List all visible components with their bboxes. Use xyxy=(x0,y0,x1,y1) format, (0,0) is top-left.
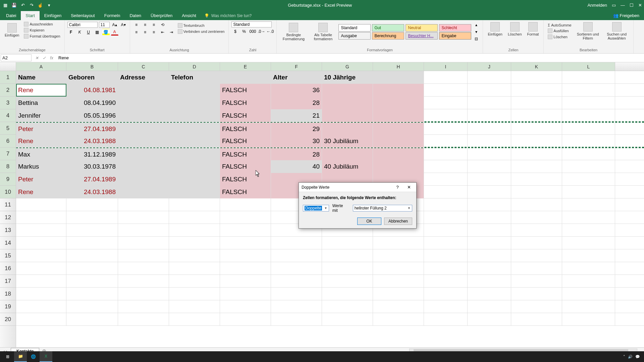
cell-I3[interactable] xyxy=(424,97,468,109)
font-color-button[interactable]: A xyxy=(111,29,118,36)
cell-I6[interactable] xyxy=(424,135,468,147)
style-eingabe[interactable]: Eingabe xyxy=(439,32,471,40)
cell-B1[interactable]: Geboren xyxy=(66,71,118,84)
cell-F18[interactable] xyxy=(271,288,322,300)
cell-B3[interactable]: 08.04.1990 xyxy=(66,97,118,109)
cell-B4[interactable]: 05.05.1996 xyxy=(66,109,118,122)
tab-start[interactable]: Start xyxy=(21,11,39,20)
maximize-icon[interactable]: ☐ xyxy=(630,3,634,8)
cell-H4[interactable] xyxy=(373,109,424,122)
select-all-corner[interactable] xyxy=(0,62,16,71)
cell-K10[interactable] xyxy=(511,186,562,198)
cell-B16[interactable] xyxy=(66,262,118,275)
cell-C10[interactable] xyxy=(118,186,169,198)
cell-F16[interactable] xyxy=(271,262,322,275)
row-header-8[interactable]: 8 xyxy=(0,160,16,173)
cell-L12[interactable] xyxy=(562,211,615,224)
cell-B15[interactable] xyxy=(66,249,118,262)
delete-cells-button[interactable]: Löschen xyxy=(506,21,524,37)
taskbar-excel-icon[interactable]: X xyxy=(40,351,52,362)
clear-button[interactable]: Löschen xyxy=(546,34,573,40)
cell-A1[interactable]: Name xyxy=(16,71,66,84)
cell-K4[interactable] xyxy=(511,109,562,122)
cell-A16[interactable] xyxy=(16,262,66,275)
row-header-14[interactable]: 14 xyxy=(0,237,16,249)
cell-J4[interactable] xyxy=(468,109,511,122)
cell-J1[interactable] xyxy=(468,71,511,84)
cell-K20[interactable] xyxy=(511,313,562,326)
tab-ansicht[interactable]: Ansicht xyxy=(177,11,201,20)
cell-A14[interactable] xyxy=(16,237,66,249)
ribbon-display-icon[interactable]: ▭ xyxy=(612,3,616,8)
taskbar-explorer-icon[interactable]: 📁 xyxy=(14,351,27,362)
cell-F6[interactable]: 30 xyxy=(271,135,322,147)
row-header-1[interactable]: 1 xyxy=(0,71,16,84)
cell-C16[interactable] xyxy=(118,262,169,275)
cell-C9[interactable] xyxy=(118,173,169,186)
cell-B17[interactable] xyxy=(66,275,118,288)
cell-L10[interactable] xyxy=(562,186,615,198)
cell-G1[interactable]: 10 Jährige xyxy=(322,71,373,84)
cell-D12[interactable] xyxy=(169,211,220,224)
cell-B2[interactable]: 04.08.1981 xyxy=(66,84,118,97)
cell-K17[interactable] xyxy=(511,275,562,288)
cell-K15[interactable] xyxy=(511,249,562,262)
style-ausgabe[interactable]: Ausgabe xyxy=(338,32,371,40)
close-icon[interactable]: ✕ xyxy=(638,3,642,8)
cell-J3[interactable] xyxy=(468,97,511,109)
cell-F5[interactable]: 29 xyxy=(271,123,322,135)
minimize-icon[interactable]: ― xyxy=(621,3,625,8)
row-header-7[interactable]: 7 xyxy=(0,147,16,160)
cell-K3[interactable] xyxy=(511,97,562,109)
cell-A12[interactable] xyxy=(16,211,66,224)
row-header-19[interactable]: 19 xyxy=(0,300,16,313)
cell-H15[interactable] xyxy=(373,249,424,262)
col-header-C[interactable]: C xyxy=(118,62,169,71)
cell-C3[interactable] xyxy=(118,97,169,109)
cell-A7[interactable]: Max xyxy=(16,148,66,161)
tray-notification-icon[interactable]: 💬 xyxy=(635,355,640,359)
cell-F7[interactable]: 28 xyxy=(271,148,322,161)
cancel-formula-icon[interactable]: ✕ xyxy=(34,55,40,61)
cell-F3[interactable]: 28 xyxy=(271,97,322,109)
cell-L9[interactable] xyxy=(562,173,615,186)
cell-H14[interactable] xyxy=(373,237,424,249)
cell-F2[interactable]: 36 xyxy=(271,84,322,97)
tray-chevron-icon[interactable]: ˄ xyxy=(623,355,625,359)
tab-datei[interactable]: Datei xyxy=(1,11,21,20)
style-neutral[interactable]: Neutral xyxy=(406,24,438,32)
cell-E18[interactable] xyxy=(220,288,271,300)
cell-E5[interactable]: FALSCH xyxy=(220,123,271,135)
cell-I13[interactable] xyxy=(424,224,468,237)
percent-icon[interactable]: % xyxy=(240,28,248,35)
cell-J6[interactable] xyxy=(468,135,511,147)
redo-icon[interactable]: ↷ xyxy=(28,2,35,8)
cell-C20[interactable] xyxy=(118,313,169,326)
find-select-button[interactable]: Suchen und Auswählen xyxy=(603,21,631,41)
cell-B19[interactable] xyxy=(66,300,118,313)
cell-C7[interactable] xyxy=(118,148,169,161)
cell-I1[interactable] xyxy=(424,71,468,84)
row-header-9[interactable]: 9 xyxy=(0,173,16,186)
cell-F14[interactable] xyxy=(271,237,322,249)
row-header-13[interactable]: 13 xyxy=(0,224,16,237)
cell-I20[interactable] xyxy=(424,313,468,326)
format-painter-button[interactable]: Format übertragen xyxy=(22,34,61,39)
cell-E15[interactable] xyxy=(220,249,271,262)
cell-I2[interactable] xyxy=(424,84,468,97)
cell-J10[interactable] xyxy=(468,186,511,198)
cell-G18[interactable] xyxy=(322,288,373,300)
cell-A19[interactable] xyxy=(16,300,66,313)
cell-D11[interactable] xyxy=(169,198,220,211)
cell-L8[interactable] xyxy=(562,160,615,173)
cell-H20[interactable] xyxy=(373,313,424,326)
format-as-table-button[interactable]: Als Tabelle formatieren xyxy=(309,22,337,42)
cell-A4[interactable]: Jennifer xyxy=(16,109,66,122)
cell-L17[interactable] xyxy=(562,275,615,288)
fill-color-button[interactable]: 🪣 xyxy=(102,29,110,36)
cell-I17[interactable] xyxy=(424,275,468,288)
cell-D4[interactable] xyxy=(169,109,220,122)
cell-F1[interactable]: Alter xyxy=(271,71,322,84)
dialog-format-select[interactable]: hellroter Füllung 2 ▼ xyxy=(353,205,412,212)
cell-B9[interactable]: 27.04.1989 xyxy=(66,173,118,186)
